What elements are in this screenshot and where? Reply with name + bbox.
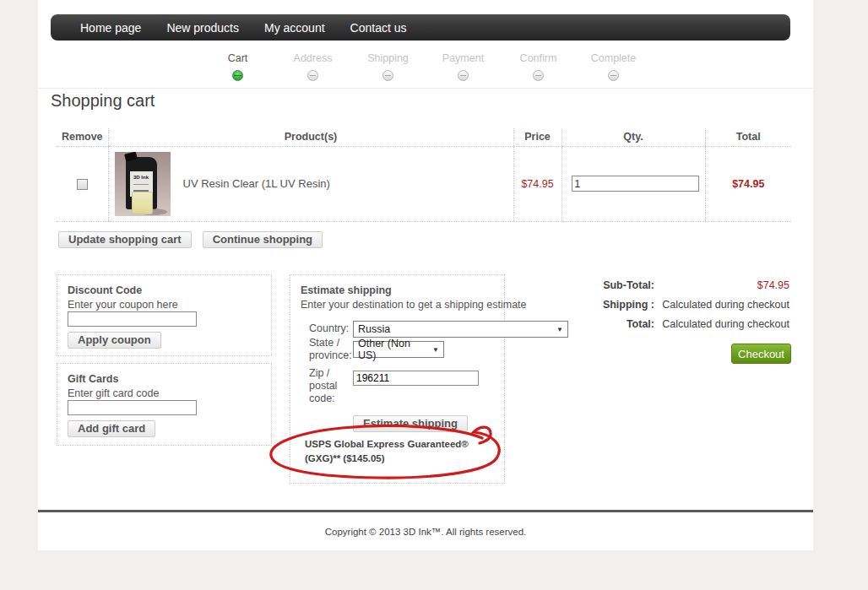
- apply-coupon-button[interactable]: Apply coupon: [68, 332, 161, 349]
- progress-step-payment: Payment: [426, 52, 501, 81]
- progress-dot-icon: [382, 70, 393, 81]
- country-label: Country:: [309, 322, 353, 335]
- progress-step-confirm: Confirm: [501, 52, 576, 81]
- line-total: $74.95: [705, 146, 791, 221]
- cart-actions: Update shopping cart Continue shopping: [58, 231, 323, 248]
- checkout-button[interactable]: Checkout: [731, 344, 791, 364]
- coupon-code-input[interactable]: [68, 311, 197, 327]
- update-cart-button[interactable]: Update shopping cart: [58, 231, 192, 248]
- cart-item-row: 3D Ink UV Resin Clear (1L UV Resin) $74.…: [57, 146, 791, 221]
- top-nav: Home page New products My account Contac…: [51, 14, 790, 41]
- state-province-label: State / province:: [309, 337, 353, 362]
- unit-price: $74.95: [513, 146, 561, 221]
- discount-title: Discount Code: [68, 284, 142, 296]
- footer-divider: [38, 510, 813, 512]
- page-container: Home page New products My account Contac…: [38, 0, 813, 550]
- total-label: Total:: [507, 318, 654, 330]
- quantity-input[interactable]: [572, 176, 699, 192]
- total-row: Total: Calculated during checkout: [507, 318, 789, 330]
- chevron-down-icon: ▼: [432, 346, 439, 354]
- nav-item-contact-us[interactable]: Contact us: [350, 21, 407, 35]
- gift-cards-box: Gift Cards Enter gift card code Add gift…: [57, 363, 272, 446]
- shipping-estimate-result-line2: (GXG)** ($145.05): [305, 453, 385, 463]
- order-totals: Sub-Total: $74.95 Shipping : Calculated …: [507, 279, 789, 338]
- gift-card-code-input[interactable]: [68, 400, 197, 415]
- shipping-estimate-result-line1: USPS Global Express Guaranteed®: [305, 439, 469, 449]
- continue-shopping-button[interactable]: Continue shopping: [203, 231, 323, 248]
- estimate-shipping-title: Estimate shipping: [301, 284, 392, 296]
- shipping-label: Shipping :: [507, 299, 654, 311]
- product-glass-graphic: [132, 192, 153, 214]
- nav-item-home-page[interactable]: Home page: [80, 21, 141, 35]
- remove-item-checkbox[interactable]: [77, 179, 88, 190]
- progress-step-complete: Complete: [576, 52, 651, 81]
- subtotal-value: $74.95: [654, 279, 789, 291]
- zip-postal-label: Zip / postal code:: [309, 367, 353, 405]
- discount-hint: Enter your coupon here: [68, 299, 178, 311]
- gift-cards-title: Gift Cards: [68, 373, 118, 385]
- column-header-product: Product(s): [108, 128, 513, 146]
- gift-cards-hint: Enter gift card code: [68, 387, 159, 399]
- copyright-text: Copyright © 2013 3D Ink™. All rights res…: [38, 527, 813, 537]
- progress-dot-icon: [307, 70, 318, 81]
- column-header-remove: Remove: [57, 128, 108, 146]
- nav-item-my-account[interactable]: My account: [264, 21, 325, 35]
- cart-table-header-row: Remove Product(s) Price Qty. Total: [57, 128, 791, 146]
- product-image: 3D Ink: [115, 152, 171, 216]
- state-selected-value: Other (Non US): [358, 338, 426, 361]
- zip-postal-input[interactable]: [353, 371, 479, 386]
- subtotal-label: Sub-Total:: [507, 279, 654, 291]
- progress-step-address: Address: [275, 52, 350, 81]
- checkout-progress: Cart Address Shipping Payment Confirm Co…: [38, 52, 813, 81]
- shipping-value: Calculated during checkout: [654, 299, 789, 311]
- subtotal-row: Sub-Total: $74.95: [507, 279, 789, 291]
- country-selected-value: Russia: [358, 323, 390, 335]
- divider: [38, 88, 813, 89]
- total-value: Calculated during checkout: [654, 318, 789, 330]
- column-header-total: Total: [705, 128, 791, 146]
- progress-dot-icon: [533, 70, 544, 81]
- product-name: UV Resin Clear (1L UV Resin): [183, 177, 330, 190]
- column-header-qty: Qty.: [561, 128, 705, 146]
- discount-code-box: Discount Code Enter your coupon here App…: [57, 274, 272, 356]
- progress-step-cart: Cart: [200, 52, 275, 81]
- estimate-shipping-box: Estimate shipping Enter your destination…: [290, 274, 505, 484]
- column-header-price: Price: [513, 128, 561, 146]
- cart-table: Remove Product(s) Price Qty. Total 3D In…: [57, 128, 791, 222]
- shipping-row: Shipping : Calculated during checkout: [507, 299, 789, 311]
- estimate-shipping-button[interactable]: Estimate shipping: [353, 415, 468, 432]
- progress-dot-icon: [608, 70, 619, 81]
- progress-dot-active-icon: [232, 70, 243, 81]
- estimate-shipping-subtitle: Enter your destination to get a shipping…: [301, 299, 527, 311]
- progress-dot-icon: [458, 70, 469, 81]
- nav-item-new-products[interactable]: New products: [166, 21, 239, 35]
- page-title: Shopping cart: [51, 91, 155, 111]
- state-province-select[interactable]: Other (Non US) ▼: [353, 341, 444, 358]
- progress-step-shipping: Shipping: [350, 52, 426, 81]
- add-gift-card-button[interactable]: Add gift card: [68, 420, 155, 437]
